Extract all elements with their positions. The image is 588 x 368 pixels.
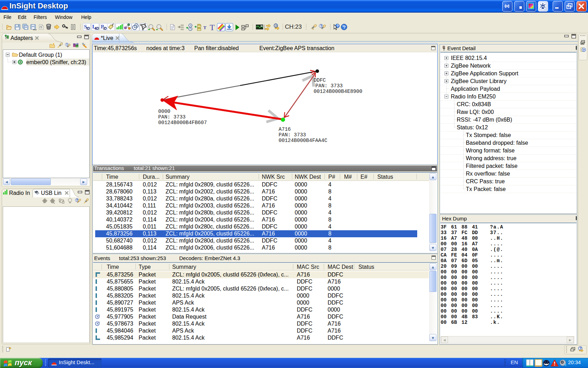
- svg-text:?: ?: [320, 24, 322, 28]
- svg-text:ID: ID: [86, 27, 90, 30]
- svg-text:00124B000B4E8900: 00124B000B4E8900: [314, 89, 362, 94]
- svg-text:PAN: 3733: PAN: 3733: [279, 132, 306, 138]
- svg-text:ID: ID: [103, 27, 107, 30]
- svg-text:T: T: [210, 23, 215, 32]
- svg-text:DDFC: DDFC: [314, 77, 326, 83]
- svg-text:PAN: 3733: PAN: 3733: [315, 83, 343, 89]
- svg-text:00124B000B4FAA4C: 00124B000B4FAA4C: [279, 138, 328, 143]
- svg-text:00124B000B4FB607: 00124B000B4FB607: [158, 120, 207, 125]
- svg-text:A716: A716: [279, 127, 291, 132]
- svg-text:T: T: [261, 25, 262, 27]
- svg-text:0000: 0000: [158, 109, 170, 114]
- svg-text:?: ?: [580, 347, 582, 350]
- svg-text:4D: 4D: [94, 27, 99, 30]
- svg-text:T: T: [203, 25, 206, 30]
- svg-text:PAN: 3733: PAN: 3733: [158, 114, 186, 120]
- svg-text:?: ?: [583, 48, 585, 52]
- svg-text:?: ?: [343, 25, 346, 30]
- svg-text:?: ?: [275, 24, 277, 28]
